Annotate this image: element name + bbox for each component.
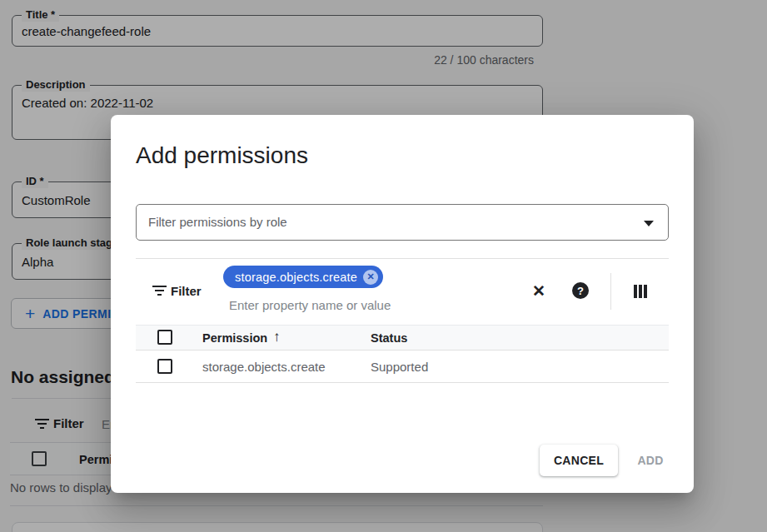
dialog-filter-placeholder[interactable]: Enter property name or value [229, 298, 391, 312]
cell-permission: storage.objects.create [202, 360, 326, 374]
cancel-button[interactable]: CANCEL [540, 445, 618, 476]
clear-filters-icon[interactable]: ✕ [529, 281, 549, 301]
filter-icon [152, 286, 167, 296]
dialog-title: Add permissions [136, 142, 308, 169]
chevron-down-icon [644, 221, 654, 226]
filter-chip-label: storage.objects.create [235, 271, 357, 284]
divider [136, 258, 669, 259]
sort-ascending-icon[interactable]: ↑ [273, 329, 281, 346]
help-icon[interactable]: ? [570, 281, 590, 301]
dialog-filter-label: Filter [171, 284, 202, 298]
table-row[interactable]: storage.objects.create Supported [136, 351, 669, 383]
filter-chip[interactable]: storage.objects.create ✕ [223, 266, 383, 288]
role-filter-select[interactable]: Filter permissions by role [136, 204, 669, 241]
cell-status: Supported [371, 360, 428, 374]
role-filter-placeholder: Filter permissions by role [148, 215, 287, 229]
create-role-page: Title * create-changefeed-role 22 / 100 … [0, 0, 767, 532]
add-button[interactable]: ADD [630, 445, 671, 476]
add-permissions-dialog: Add permissions Filter permissions by ro… [111, 115, 694, 493]
column-status[interactable]: Status [371, 331, 407, 345]
column-permission[interactable]: Permission [202, 331, 267, 345]
chip-remove-icon[interactable]: ✕ [363, 270, 378, 285]
row-checkbox[interactable] [157, 359, 172, 374]
divider [610, 273, 611, 310]
dialog-table-header: Permission ↑ Status [136, 325, 669, 351]
select-all-checkbox[interactable] [157, 330, 172, 345]
column-display-icon[interactable] [630, 281, 650, 301]
